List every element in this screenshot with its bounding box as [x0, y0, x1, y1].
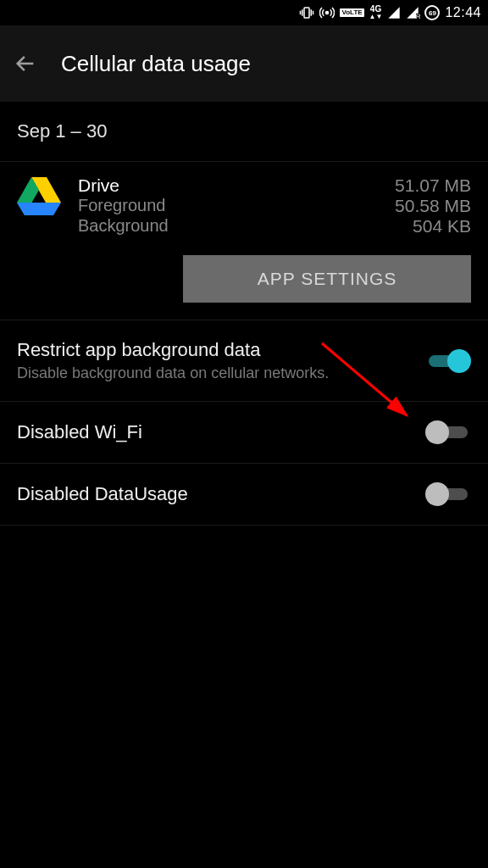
status-bar: VoLTE 4G ▲▼ R 69 12:44	[0, 0, 488, 25]
drive-app-icon	[17, 175, 61, 216]
foreground-value: 50.58 MB	[395, 196, 471, 216]
svg-marker-9	[17, 203, 61, 215]
background-label: Background	[78, 216, 169, 236]
app-settings-button[interactable]: APP SETTINGS	[183, 255, 471, 303]
toggle-disabled-wifi[interactable]	[425, 420, 471, 444]
clock: 12:44	[445, 5, 481, 20]
battery-indicator: 69	[424, 5, 440, 20]
background-value: 504 KB	[413, 216, 471, 236]
setting-disabled-datausage[interactable]: Disabled DataUsage	[0, 464, 488, 525]
svg-rect-0	[304, 8, 309, 18]
setting-title: Disabled DataUsage	[17, 483, 188, 505]
toggle-disabled-datausage[interactable]	[425, 482, 471, 506]
app-usage-block: Drive 51.07 MB Foreground 50.58 MB Backg…	[0, 162, 488, 320]
foreground-label: Foreground	[78, 196, 165, 216]
setting-disabled-wifi[interactable]: Disabled Wi_Fi	[0, 402, 488, 463]
page-title: Cellular data usage	[61, 51, 251, 77]
app-total-usage: 51.07 MB	[395, 175, 471, 196]
volte-badge: VoLTE	[340, 8, 363, 17]
setting-title: Disabled Wi_Fi	[17, 421, 142, 443]
setting-restrict-background[interactable]: Restrict app background data Disable bac…	[0, 320, 488, 401]
setting-title: Restrict app background data	[17, 339, 329, 361]
hotspot-icon	[319, 5, 335, 20]
network-4g-label: 4G ▲▼	[369, 5, 383, 20]
signal-icon	[387, 6, 401, 19]
back-button[interactable]	[10, 48, 41, 79]
setting-subtitle: Disable background data on cellular netw…	[17, 364, 329, 382]
app-name: Drive	[78, 175, 119, 196]
signal-roaming-icon: R	[406, 6, 419, 19]
toggle-restrict-background[interactable]	[425, 349, 471, 373]
date-range: Sep 1 – 30	[0, 102, 488, 161]
svg-point-5	[326, 12, 329, 14]
app-bar: Cellular data usage	[0, 25, 488, 102]
vibrate-icon	[299, 5, 314, 20]
